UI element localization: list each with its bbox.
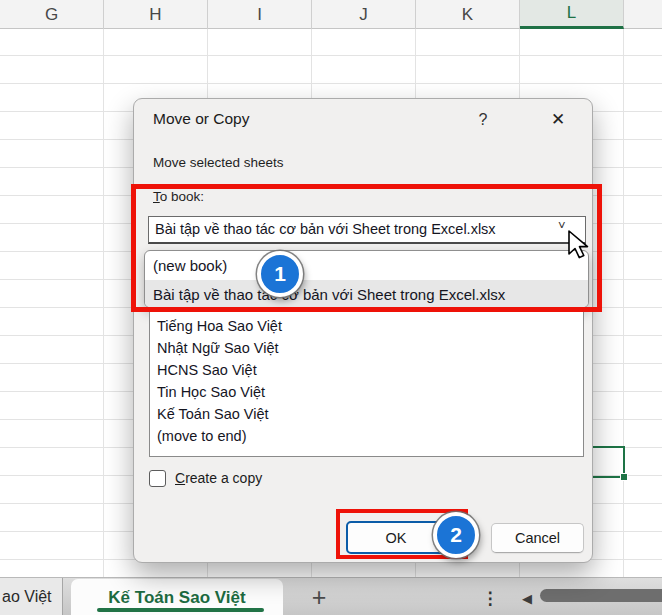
help-icon[interactable]: ? (470, 108, 496, 132)
sheet-list-item[interactable]: HCNS Sao Việt (150, 359, 583, 381)
more-options-icon[interactable]: ⋮ (480, 584, 500, 612)
column-header-j[interactable]: J (312, 0, 416, 29)
active-tab-underline (97, 608, 264, 612)
move-or-copy-dialog: Move or Copy ? ✕ Move selected sheets To… (133, 98, 593, 563)
annotation-box-to-book (131, 184, 602, 312)
sheet-list-item[interactable]: Nhật Ngữ Sao Việt (150, 337, 583, 359)
sheet-list-item[interactable]: Kế Toán Sao Việt (150, 403, 583, 425)
create-a-copy-label: Create a copy (175, 470, 262, 486)
sheet-list-item[interactable]: Tiếng Hoa Sao Việt (150, 315, 583, 337)
column-header-i[interactable]: I (208, 0, 312, 29)
column-header-row: G H I J K L (0, 0, 662, 29)
sheet-list-item[interactable]: (move to end) (150, 425, 583, 447)
column-header-h[interactable]: H (104, 0, 208, 29)
column-header-k[interactable]: K (416, 0, 520, 29)
horizontal-scrollbar-thumb[interactable] (540, 589, 662, 602)
dialog-title: Move or Copy (153, 110, 249, 128)
mouse-cursor-icon (566, 229, 592, 265)
step-2-badge: 2 (433, 512, 479, 558)
scroll-left-icon[interactable]: ◀ (518, 586, 536, 610)
dialog-subtitle: Move selected sheets (153, 155, 284, 170)
fill-handle[interactable] (620, 473, 628, 481)
sheet-tab-partial[interactable]: ao Việt (0, 578, 63, 615)
column-header-g[interactable]: G (0, 0, 104, 29)
new-sheet-icon[interactable]: + (304, 580, 334, 614)
column-header-stub (624, 0, 662, 29)
cancel-button[interactable]: Cancel (491, 523, 584, 553)
step-1-badge: 1 (257, 251, 303, 297)
close-icon[interactable]: ✕ (544, 107, 572, 133)
before-sheet-listbox: Tiếng Hoa Sao Việt Nhật Ngữ Sao Việt HCN… (149, 311, 584, 457)
sheet-tab-bar: ao Việt Kế Toán Sao Việt + ⋮ ◀ (0, 577, 662, 615)
sheet-list-item[interactable]: Tin Học Sao Việt (150, 381, 583, 403)
create-a-copy-checkbox[interactable] (149, 470, 166, 487)
column-header-l-selected[interactable]: L (520, 0, 624, 29)
